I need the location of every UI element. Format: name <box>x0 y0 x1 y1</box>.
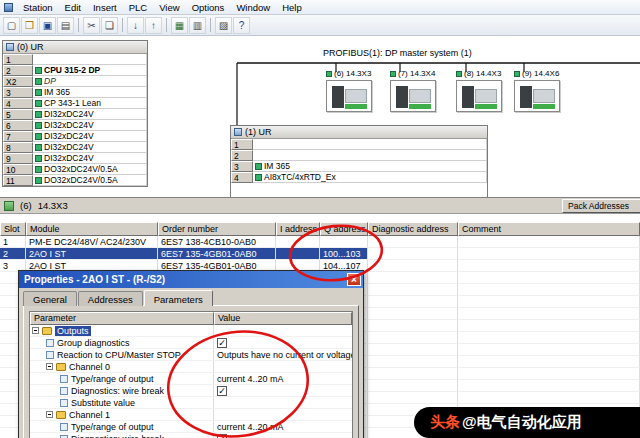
param-row[interactable]: Group diagnostics✓ <box>30 337 352 349</box>
help-icon[interactable]: ? <box>233 17 250 34</box>
column-header[interactable]: Module <box>26 222 158 236</box>
expander-icon[interactable] <box>46 363 53 370</box>
rack-row[interactable]: 10DO32xDC24V/0.5A <box>3 164 147 175</box>
dp-slave[interactable]: (8) 14.4X3 <box>456 69 514 112</box>
menu-item-options[interactable]: Options <box>186 0 231 14</box>
dp-slave[interactable]: (7) 14.3X4 <box>390 69 448 112</box>
expander-icon[interactable] <box>32 327 39 334</box>
parameter-icon <box>46 339 54 347</box>
new-station-icon[interactable]: ▢ <box>3 17 20 34</box>
rack-row[interactable]: 5DI32xDC24V <box>3 109 147 120</box>
param-column-header[interactable]: Value <box>214 312 352 325</box>
watermark-brand: 头条 <box>430 413 460 432</box>
rack-row[interactable]: 2CPU 315-2 DP <box>3 65 147 76</box>
column-header[interactable]: Order number <box>158 222 276 236</box>
table-row[interactable]: 1PM-E DC24/48V/ AC24/230V6ES7 138-4CB10-… <box>0 236 640 248</box>
menu-item-help[interactable]: Help <box>276 0 308 14</box>
table-row[interactable]: 22AO I ST6ES7 135-4GB01-0AB0100...103 <box>0 248 640 260</box>
rack1-caption[interactable]: (1) UR <box>231 126 487 139</box>
cell-module: PM-E DC24/48V/ AC24/230V <box>26 236 158 248</box>
rack-row[interactable]: 3IM 365 <box>231 161 487 172</box>
param-row[interactable]: Substitute value <box>30 397 352 409</box>
online-offline-icon[interactable]: ▦ <box>171 17 188 34</box>
column-header[interactable]: Diagnostic address <box>368 222 458 236</box>
close-icon[interactable]: × <box>347 273 361 286</box>
rack-row[interactable]: 1 <box>3 54 147 65</box>
cut-icon[interactable]: ✂ <box>83 17 100 34</box>
paste-icon[interactable]: ❏ <box>101 17 118 34</box>
param-name-cell: Type/range of output <box>30 373 214 384</box>
menu-item-plc[interactable]: PLC <box>123 0 153 14</box>
dp-slave[interactable]: (9) 14.4X6 <box>514 69 572 112</box>
dp-slave-name: (6) 14.3X3 <box>334 69 371 78</box>
rack-row[interactable]: 2 <box>231 150 487 161</box>
pack-addresses-button[interactable]: Pack Addresses <box>562 199 640 213</box>
column-header[interactable]: Q address <box>320 222 368 236</box>
parameters-panel: ParameterValue OutputsGroup diagnostics✓… <box>23 305 359 438</box>
checkbox-icon[interactable]: ✓ <box>217 434 227 438</box>
checkbox-icon[interactable]: ✓ <box>217 338 227 348</box>
rack1-window[interactable]: (1) UR 123IM 3654AI8xTC/4xRTD_Ex <box>230 125 488 197</box>
catalog-icon[interactable]: ▨ <box>215 17 232 34</box>
rack-row[interactable]: 8DI32xDC24V <box>3 142 147 153</box>
menu-item-insert[interactable]: Insert <box>87 0 123 14</box>
rack-row[interactable]: 9DI32xDC24V <box>3 153 147 164</box>
tab-general[interactable]: General <box>23 291 77 306</box>
slot-cell: 7 <box>3 131 33 142</box>
rack0-caption[interactable]: (0) UR <box>3 41 147 54</box>
module-label: IM 365 <box>264 161 290 171</box>
slot-cell: 5 <box>3 109 33 120</box>
dp-slave-label: (6) 14.3X3 <box>326 69 384 78</box>
cell-diag <box>368 368 458 380</box>
module-icon <box>35 122 42 129</box>
save-icon[interactable]: ▣ <box>39 17 56 34</box>
rack-row[interactable]: X2DP <box>3 76 147 87</box>
rack-row[interactable]: 6DI32xDC24V <box>3 120 147 131</box>
download-icon[interactable]: ↓ <box>127 17 144 34</box>
column-header[interactable]: Comment <box>458 222 640 236</box>
checkbox-icon[interactable]: ✓ <box>217 386 227 396</box>
column-header[interactable]: Slot <box>0 222 26 236</box>
param-row[interactable]: Diagnostics: wire break✓ <box>30 385 352 397</box>
address-overview-icon[interactable]: ▥ <box>189 17 206 34</box>
param-value-cell: current 4..20 mA <box>214 421 352 432</box>
tab-parameters[interactable]: Parameters <box>144 290 213 306</box>
cell-comment <box>458 356 640 368</box>
module-cell: DO32xDC24V/0.5A <box>33 175 147 186</box>
param-row[interactable]: Type/range of outputcurrent 4..20 mA <box>30 421 352 433</box>
menu-item-station[interactable]: Station <box>17 0 59 14</box>
param-name-cell: Reaction to CPU/Master STOP <box>30 349 214 360</box>
open-station-icon[interactable]: ❐ <box>21 17 38 34</box>
dialog-titlebar[interactable]: Properties - 2AO I ST - (R-/S2) × <box>19 271 363 288</box>
rack-row[interactable]: 7DI32xDC24V <box>3 131 147 142</box>
cell-slot: 2 <box>0 248 26 260</box>
param-row[interactable]: Channel 1 <box>30 409 352 421</box>
param-row[interactable]: Diagnostics: wire break✓ <box>30 433 352 438</box>
param-value-cell: Outputs have no current or voltage <box>214 349 352 360</box>
expander-icon[interactable] <box>46 411 53 418</box>
rack-row[interactable]: 1 <box>231 139 487 150</box>
menu-item-window[interactable]: Window <box>230 0 276 14</box>
rack0-window[interactable]: (0) UR 12CPU 315-2 DPX2DP3IM 3654CP 343-… <box>2 40 148 187</box>
param-row[interactable]: Channel 0 <box>30 361 352 373</box>
menu-item-view[interactable]: View <box>153 0 185 14</box>
watermark-handle: @电气自动化应用 <box>462 413 582 432</box>
hw-config-window: StationEditInsertPLCViewOptionsWindowHel… <box>0 0 640 438</box>
menu-item-edit[interactable]: Edit <box>59 0 87 14</box>
tab-addresses[interactable]: Addresses <box>78 291 143 306</box>
param-row[interactable]: Type/range of outputcurrent 4..20 mA <box>30 373 352 385</box>
dp-slave[interactable]: (6) 14.3X3 <box>326 69 384 112</box>
param-column-header[interactable]: Parameter <box>30 312 214 325</box>
cell-comment <box>458 236 640 248</box>
upload-icon[interactable]: ↑ <box>145 17 162 34</box>
param-row[interactable]: Outputs <box>30 325 352 337</box>
rack-row[interactable]: 11DO32xDC24V/0.5A <box>3 175 147 186</box>
cell-diag <box>368 284 458 296</box>
param-row[interactable]: Reaction to CPU/Master STOPOutputs have … <box>30 349 352 361</box>
print-icon[interactable]: ▤ <box>57 17 74 34</box>
dp-slave-image <box>456 80 502 112</box>
rack-row[interactable]: 3IM 365 <box>3 87 147 98</box>
column-header[interactable]: I address <box>276 222 320 236</box>
rack-row[interactable]: 4CP 343-1 Lean <box>3 98 147 109</box>
rack-row[interactable]: 4AI8xTC/4xRTD_Ex <box>231 172 487 183</box>
